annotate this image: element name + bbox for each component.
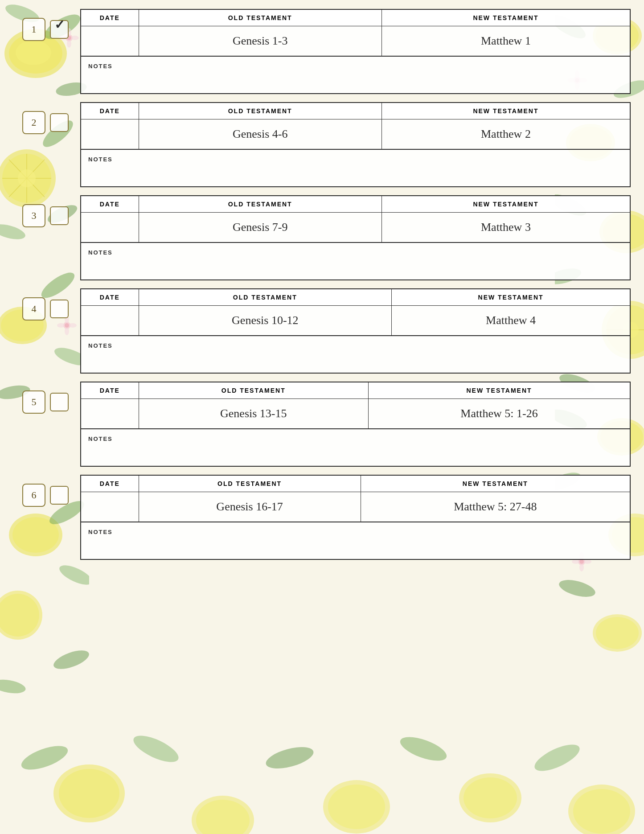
day-1-number-area: 1 — [22, 18, 69, 41]
day-6-notes[interactable]: NOTES — [80, 522, 631, 560]
day-1-date-cell[interactable] — [81, 26, 139, 57]
svg-point-79 — [59, 769, 119, 818]
day-4-nt-header: NEW TESTAMENT — [392, 289, 630, 306]
day-2-ot-header: OLD TESTAMENT — [139, 103, 381, 119]
day-6-notes-label: NOTES — [88, 529, 113, 535]
day-6-number-area: 6 — [22, 484, 69, 507]
day-5-nt-cell: Matthew 5: 1-26 — [369, 399, 630, 429]
day-1-notes[interactable]: NOTES — [80, 57, 631, 94]
day-6-nt-cell: Matthew 5: 27-48 — [361, 492, 630, 522]
svg-point-87 — [573, 789, 630, 834]
day-5-number-area: 5 — [22, 390, 69, 414]
svg-point-25 — [52, 344, 80, 369]
day-4-number-area: 4 — [22, 297, 69, 320]
day-5-date-header: DATE — [81, 382, 139, 399]
day-2-checkbox[interactable] — [50, 113, 69, 132]
svg-point-12 — [0, 149, 56, 207]
day-5-ot-cell: Genesis 13-15 — [139, 399, 369, 429]
svg-point-88 — [18, 741, 70, 774]
day-4-notes-label: NOTES — [88, 342, 113, 349]
content-area: 1 DATE OLD TESTAMENT NEW TESTAMENT Genes… — [80, 9, 631, 586]
day-block-6: 6 DATE OLD TESTAMENT NEW TESTAMENT Genes… — [80, 475, 631, 560]
svg-point-84 — [459, 773, 521, 822]
day-block-2: 2 DATE OLD TESTAMENT NEW TESTAMENT Genes… — [80, 102, 631, 187]
svg-point-86 — [568, 785, 635, 834]
svg-point-81 — [196, 800, 250, 834]
svg-point-40 — [0, 678, 27, 696]
svg-point-30 — [57, 323, 65, 328]
svg-point-70 — [593, 614, 642, 652]
day-5-checkbox[interactable] — [50, 393, 69, 411]
day-3-checkbox[interactable] — [50, 206, 69, 225]
day-2-date-cell[interactable] — [81, 119, 139, 150]
day-6-nt-header: NEW TESTAMENT — [361, 475, 630, 492]
day-1-notes-label: NOTES — [88, 63, 113, 70]
day-6-number[interactable]: 6 — [22, 484, 45, 507]
day-1-notes-content[interactable] — [88, 70, 623, 88]
svg-point-36 — [0, 594, 39, 637]
day-2-notes[interactable]: NOTES — [80, 150, 631, 187]
day-6-date-header: DATE — [81, 475, 139, 492]
day-1-checkbox[interactable] — [50, 20, 69, 39]
day-5-number[interactable]: 5 — [22, 390, 45, 414]
day-3-table: DATE OLD TESTAMENT NEW TESTAMENT Genesis… — [80, 195, 631, 243]
day-5-table: DATE OLD TESTAMENT NEW TESTAMENT Genesis… — [80, 382, 631, 429]
day-4-ot-header: OLD TESTAMENT — [139, 289, 392, 306]
day-1-ot-cell: Genesis 1-3 — [139, 26, 381, 57]
day-5-notes-content[interactable] — [88, 443, 623, 460]
day-5-date-cell[interactable] — [81, 399, 139, 429]
day-6-table: DATE OLD TESTAMENT NEW TESTAMENT Genesis… — [80, 475, 631, 522]
day-5-nt-header: NEW TESTAMENT — [369, 382, 630, 399]
day-1-number[interactable]: 1 — [22, 18, 45, 41]
day-3-ot-cell: Genesis 7-9 — [139, 213, 381, 243]
svg-point-90 — [264, 743, 316, 772]
svg-point-31 — [69, 323, 77, 328]
day-3-nt-cell: Matthew 3 — [381, 213, 630, 243]
svg-point-78 — [53, 764, 125, 822]
day-4-number[interactable]: 4 — [22, 297, 45, 320]
day-3-ot-header: OLD TESTAMENT — [139, 196, 381, 213]
day-4-notes-content[interactable] — [88, 349, 623, 367]
day-1-date-header: DATE — [81, 9, 139, 26]
svg-point-32 — [65, 323, 69, 328]
day-block-3: 3 DATE OLD TESTAMENT NEW TESTAMENT Genes… — [80, 195, 631, 280]
day-4-date-header: DATE — [81, 289, 139, 306]
day-1-nt-header: NEW TESTAMENT — [381, 9, 630, 26]
day-6-checkbox[interactable] — [50, 486, 69, 505]
svg-point-18 — [18, 169, 36, 187]
day-5-notes[interactable]: NOTES — [80, 429, 631, 467]
day-3-number-area: 3 — [22, 204, 69, 227]
svg-point-13 — [2, 154, 51, 203]
day-3-date-cell[interactable] — [81, 213, 139, 243]
svg-point-80 — [192, 796, 254, 834]
day-2-number-area: 2 — [22, 111, 69, 134]
svg-point-83 — [328, 785, 385, 829]
svg-point-10 — [71, 36, 79, 40]
day-3-notes[interactable]: NOTES — [80, 243, 631, 280]
day-4-notes[interactable]: NOTES — [80, 336, 631, 374]
day-2-nt-header: NEW TESTAMENT — [381, 103, 630, 119]
day-1-nt-cell: Matthew 1 — [381, 26, 630, 57]
day-5-ot-header: OLD TESTAMENT — [139, 382, 369, 399]
svg-point-82 — [323, 780, 390, 834]
day-4-date-cell[interactable] — [81, 306, 139, 336]
day-2-table: DATE OLD TESTAMENT NEW TESTAMENT Genesis… — [80, 102, 631, 150]
svg-point-34 — [12, 517, 59, 553]
day-4-nt-cell: Matthew 4 — [392, 306, 630, 336]
day-2-notes-content[interactable] — [88, 163, 623, 181]
day-3-notes-content[interactable] — [88, 256, 623, 274]
day-4-checkbox[interactable] — [50, 300, 69, 318]
svg-point-29 — [65, 327, 69, 335]
svg-point-71 — [596, 617, 639, 649]
day-3-number[interactable]: 3 — [22, 204, 45, 227]
day-3-date-header: DATE — [81, 196, 139, 213]
day-2-ot-cell: Genesis 4-6 — [139, 119, 381, 150]
day-4-ot-cell: Genesis 10-12 — [139, 306, 392, 336]
day-6-ot-cell: Genesis 16-17 — [139, 492, 361, 522]
day-6-date-cell[interactable] — [81, 492, 139, 522]
day-2-number[interactable]: 2 — [22, 111, 45, 134]
svg-point-89 — [130, 731, 182, 768]
day-6-notes-content[interactable] — [88, 536, 623, 554]
svg-point-85 — [464, 777, 517, 818]
svg-point-39 — [51, 647, 89, 673]
